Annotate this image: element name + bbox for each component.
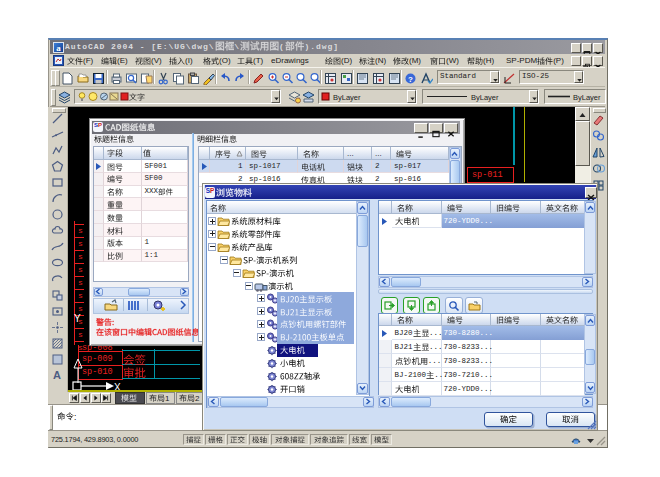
svg-text:ByLayer: ByLayer [333,93,361,102]
svg-text:?: ? [408,75,413,84]
svg-text:ByLayer: ByLayer [471,93,499,102]
svg-text:Y: Y [74,313,81,324]
svg-text:ByLayer: ByLayer [573,93,601,102]
